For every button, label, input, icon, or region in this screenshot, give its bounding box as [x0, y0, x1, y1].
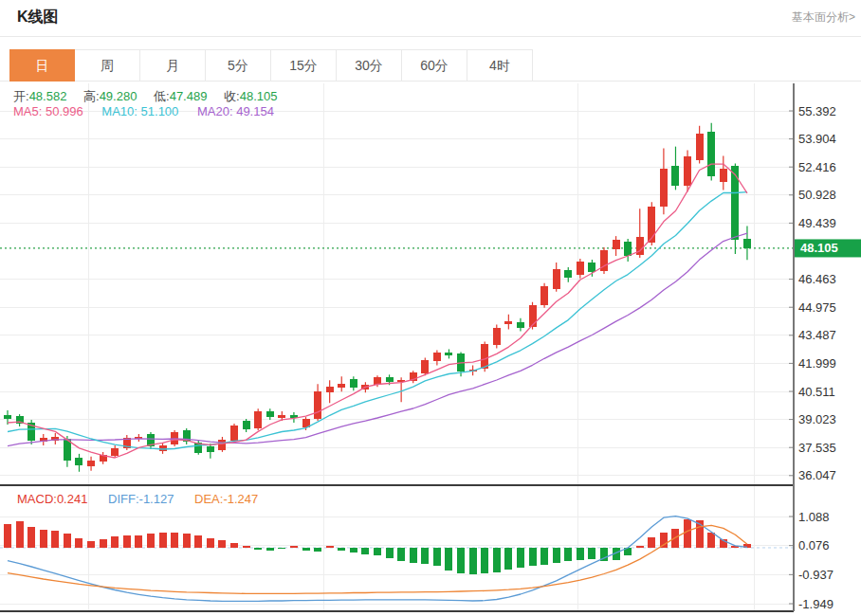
candle[interactable] — [743, 239, 751, 247]
candle[interactable] — [326, 387, 334, 392]
macd-bar[interactable] — [27, 527, 35, 548]
period-tab-5[interactable]: 30分 — [337, 49, 402, 82]
macd-bar[interactable] — [290, 546, 298, 548]
macd-bar[interactable] — [16, 521, 24, 548]
period-tab-4[interactable]: 15分 — [271, 49, 337, 82]
candle[interactable] — [540, 286, 548, 305]
macd-bar[interactable] — [326, 546, 334, 548]
candle[interactable] — [564, 270, 572, 278]
candle[interactable] — [243, 421, 250, 429]
candle[interactable] — [493, 328, 501, 346]
candle[interactable] — [504, 321, 512, 324]
macd-bar[interactable] — [469, 548, 477, 574]
macd-bar[interactable] — [397, 548, 405, 561]
candle[interactable] — [517, 322, 524, 328]
macd-bar[interactable] — [553, 548, 560, 563]
candle[interactable] — [577, 262, 584, 275]
macd-bar[interactable] — [648, 537, 655, 548]
candle[interactable] — [553, 269, 560, 289]
candle[interactable] — [696, 134, 704, 160]
macd-bar[interactable] — [386, 548, 394, 558]
macd-bar[interactable] — [218, 540, 226, 548]
macd-bar[interactable] — [314, 548, 321, 552]
macd-bar[interactable] — [707, 533, 715, 548]
candle[interactable] — [433, 353, 441, 361]
candle[interactable] — [111, 448, 119, 456]
macd-bar[interactable] — [421, 548, 429, 564]
period-tab-0[interactable]: 日 — [9, 49, 75, 82]
macd-bar[interactable] — [481, 548, 488, 573]
period-tab-2[interactable]: 月 — [140, 49, 206, 82]
candle[interactable] — [421, 360, 429, 373]
candle[interactable] — [707, 132, 715, 177]
candle[interactable] — [684, 156, 691, 187]
kline-chart-canvas[interactable]: 55.39253.90452.41650.92849.43946.46344.9… — [0, 82, 861, 616]
macd-bar[interactable] — [243, 546, 250, 548]
macd-bar[interactable] — [361, 548, 369, 554]
macd-bar[interactable] — [111, 536, 119, 548]
macd-bar[interactable] — [75, 538, 82, 548]
candle[interactable] — [159, 445, 167, 451]
macd-bar[interactable] — [230, 543, 238, 548]
macd-bar[interactable] — [194, 535, 202, 548]
candle[interactable] — [266, 411, 274, 417]
macd-bar[interactable] — [171, 533, 178, 548]
macd-bar[interactable] — [529, 548, 537, 566]
macd-bar[interactable] — [493, 548, 501, 572]
macd-bar[interactable] — [410, 548, 417, 563]
macd-bar[interactable] — [135, 535, 142, 548]
candle[interactable] — [207, 446, 214, 452]
macd-bar[interactable] — [159, 533, 167, 548]
macd-bar[interactable] — [278, 548, 285, 550]
macd-bar[interactable] — [266, 548, 274, 551]
macd-bar[interactable] — [671, 529, 679, 548]
macd-bar[interactable] — [123, 535, 131, 548]
macd-bar[interactable] — [147, 534, 155, 548]
macd-bar[interactable] — [350, 548, 357, 553]
candle[interactable] — [613, 240, 620, 249]
macd-bar[interactable] — [588, 548, 595, 559]
macd-bar[interactable] — [636, 546, 644, 548]
candle[interactable] — [660, 169, 668, 208]
period-tab-1[interactable]: 周 — [75, 49, 140, 82]
candle[interactable] — [338, 384, 345, 388]
macd-bar[interactable] — [254, 548, 262, 550]
period-tab-6[interactable]: 60分 — [402, 49, 467, 82]
macd-bar[interactable] — [433, 548, 441, 566]
candle[interactable] — [731, 166, 739, 241]
macd-bar[interactable] — [64, 534, 71, 548]
fundamental-analysis-link[interactable]: 基本面分析> — [792, 9, 855, 26]
candle[interactable] — [386, 377, 394, 382]
candle[interactable] — [445, 353, 452, 355]
candle[interactable] — [87, 461, 95, 466]
candle[interactable] — [218, 440, 226, 450]
candle[interactable] — [314, 391, 321, 419]
macd-bar[interactable] — [445, 548, 452, 571]
macd-bar[interactable] — [457, 548, 465, 573]
candle[interactable] — [230, 426, 238, 441]
period-tab-7[interactable]: 4时 — [467, 49, 533, 82]
macd-bar[interactable] — [183, 534, 191, 548]
macd-bar[interactable] — [504, 548, 512, 570]
candle[interactable] — [75, 458, 82, 465]
macd-bar[interactable] — [302, 548, 310, 551]
candle[interactable] — [671, 166, 679, 187]
candle[interactable] — [278, 415, 285, 418]
macd-bar[interactable] — [4, 524, 11, 548]
candle[interactable] — [254, 411, 262, 428]
macd-bar[interactable] — [51, 531, 59, 548]
macd-bar[interactable] — [684, 519, 691, 548]
macd-bar[interactable] — [374, 548, 381, 555]
macd-bar[interactable] — [338, 548, 345, 551]
macd-bar[interactable] — [564, 548, 572, 562]
macd-bar[interactable] — [577, 548, 584, 560]
macd-bar[interactable] — [100, 539, 107, 547]
period-tab-3[interactable]: 5分 — [206, 49, 271, 82]
candle[interactable] — [350, 379, 357, 388]
macd-bar[interactable] — [517, 548, 524, 568]
candle[interactable] — [624, 242, 632, 256]
candle[interactable] — [720, 169, 727, 183]
candle[interactable] — [4, 415, 11, 419]
candle[interactable] — [529, 305, 537, 327]
macd-bar[interactable] — [40, 530, 47, 548]
